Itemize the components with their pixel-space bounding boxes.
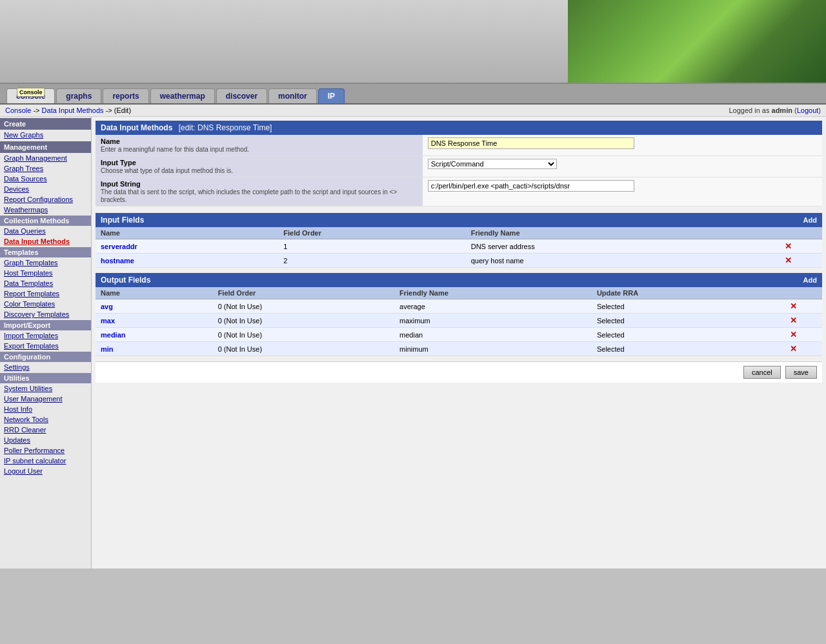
output-field-delete-icon[interactable]: ✕ [790,344,797,354]
sidebar-item-import-templates[interactable]: Import Templates [0,330,91,341]
output-field-delete-icon[interactable]: ✕ [790,301,797,311]
output-field-name-link[interactable]: median [101,331,126,339]
sidebar: Create New Graphs Management Graph Manag… [0,117,92,569]
sidebar-item-data-queries[interactable]: Data Queries [0,226,91,236]
form-row-input-type: Input Type Choose what type of data inpu… [96,156,822,177]
console-tooltip: Console [17,88,45,97]
input-string-label-cell: Input String The data that is sent to th… [96,177,423,206]
input-string-value-cell [423,177,822,206]
sidebar-item-data-templates[interactable]: Data Templates [0,278,91,288]
input-fields-header-row: Name Field Order Friendly Name [96,227,822,239]
input-fields-title: Input Fields [101,216,144,225]
name-value-cell [423,135,822,156]
name-input[interactable] [428,137,634,149]
output-field-name-link[interactable]: avg [101,303,113,310]
input-field-name-link[interactable]: hostname [101,257,134,265]
output-fields-col-friendly: Friendly Name [394,287,592,299]
sidebar-item-report-configurations[interactable]: Report Configurations [0,194,91,205]
output-fields-add[interactable]: Add [803,276,817,284]
tab-discover[interactable]: discover [216,88,267,103]
input-field-delete-icon[interactable]: ✕ [785,241,792,251]
banner-graphic [568,0,826,84]
sidebar-item-settings[interactable]: Settings [0,362,91,372]
sidebar-item-ip-subnet-calculator[interactable]: IP subnet calculator [0,456,91,466]
sidebar-section-templates: Templates [0,247,91,257]
sidebar-item-color-templates[interactable]: Color Templates [0,299,91,309]
sidebar-item-devices[interactable]: Devices [0,184,91,194]
sidebar-item-data-input-methods[interactable]: Data Input Methods [0,236,91,247]
sidebar-item-poller-performance[interactable]: Poller Performance [0,445,91,456]
form-title: Data Input Methods [101,123,172,132]
content-area: Data Input Methods [edit: DNS Response T… [92,117,826,569]
output-field-delete-icon[interactable]: ✕ [790,316,797,325]
form-section-header: Data Input Methods [edit: DNS Response T… [96,121,822,135]
output-field-friendly: maximum [394,314,592,328]
input-type-value-cell: Script/Command SNMP SNMP Query Script Qu… [423,156,822,177]
tab-ip[interactable]: IP [318,88,345,103]
sidebar-item-graph-management[interactable]: Graph Management [0,153,91,163]
input-field-name-link[interactable]: serveraddr [101,243,137,250]
logout-link[interactable]: Logout [797,106,819,114]
tab-console[interactable]: console Console [6,88,55,103]
input-fields-table: Name Field Order Friendly Name serveradd… [96,227,822,268]
output-field-rra: Selected [592,299,764,314]
input-type-description: Choose what type of data input method th… [101,167,233,174]
name-label-cell: Name Enter a meaningful name for this da… [96,135,423,156]
sidebar-item-discovery-templates[interactable]: Discovery Templates [0,309,91,319]
input-fields-add[interactable]: Add [803,216,817,224]
username: admin [772,106,792,114]
output-field-name-link[interactable]: min [101,345,114,353]
input-field-delete-icon[interactable]: ✕ [785,256,792,265]
output-fields-table: Name Field Order Friendly Name Update RR… [96,287,822,356]
main-form-table: Name Enter a meaningful name for this da… [96,135,822,206]
tab-graphs[interactable]: graphs [56,88,101,103]
sidebar-section-management: Management [0,141,91,153]
output-fields-col-order: Field Order [213,287,394,299]
input-string-input[interactable] [428,180,634,192]
sidebar-item-export-templates[interactable]: Export Templates [0,341,91,351]
sidebar-item-weathermaps[interactable]: Weathermaps [0,205,91,215]
output-fields-section-header: Output Fields Add [96,273,822,287]
breadcrumb-current: (Edit) [114,106,131,114]
breadcrumb-console[interactable]: Console [5,106,31,114]
sidebar-item-host-info[interactable]: Host Info [0,404,91,414]
output-fields-row: min 0 (Not In Use) minimum Selected ✕ [96,342,822,356]
output-fields-col-name: Name [96,287,213,299]
sidebar-item-host-templates[interactable]: Host Templates [0,268,91,278]
sidebar-item-report-templates[interactable]: Report Templates [0,288,91,299]
sidebar-item-new-graphs[interactable]: New Graphs [0,130,91,140]
output-field-delete-icon[interactable]: ✕ [790,330,797,339]
output-field-order: 0 (Not In Use) [213,328,394,342]
name-label: Name [101,137,418,145]
output-fields-header-row: Name Field Order Friendly Name Update RR… [96,287,822,299]
input-type-select[interactable]: Script/Command SNMP SNMP Query Script Qu… [428,159,557,169]
output-field-friendly: average [394,299,592,314]
save-button[interactable]: save [785,366,817,379]
sidebar-item-graph-templates[interactable]: Graph Templates [0,257,91,268]
sidebar-item-data-sources[interactable]: Data Sources [0,174,91,184]
breadcrumb-data-input-methods[interactable]: Data Input Methods [42,106,104,114]
output-field-name-link[interactable]: max [101,317,115,325]
sidebar-item-rrd-cleaner[interactable]: RRD Cleaner [0,425,91,435]
tab-reports[interactable]: reports [103,88,148,103]
input-fields-row: hostname 2 query host name ✕ [96,254,822,268]
input-field-order: 1 [278,239,465,254]
sidebar-item-logout-user[interactable]: Logout User [0,466,91,476]
sidebar-item-network-tools[interactable]: Network Tools [0,414,91,425]
sidebar-item-graph-trees[interactable]: Graph Trees [0,163,91,174]
input-type-label-cell: Input Type Choose what type of data inpu… [96,156,423,177]
tab-weathermap[interactable]: weathermap [150,88,215,103]
breadcrumb: Console -> Data Input Methods -> (Edit) [5,106,131,114]
sidebar-item-updates[interactable]: Updates [0,435,91,445]
form-row-input-string: Input String The data that is sent to th… [96,177,822,206]
output-field-rra: Selected [592,328,764,342]
output-field-order: 0 (Not In Use) [213,299,394,314]
input-field-friendly: query host name [466,254,754,268]
output-field-order: 0 (Not In Use) [213,342,394,356]
sidebar-item-user-management[interactable]: User Management [0,394,91,404]
sidebar-item-system-utilities[interactable]: System Utilities [0,383,91,394]
output-field-order: 0 (Not In Use) [213,314,394,328]
input-fields-section-header: Input Fields Add [96,213,822,227]
cancel-button[interactable]: cancel [743,366,781,379]
tab-monitor[interactable]: monitor [268,88,317,103]
